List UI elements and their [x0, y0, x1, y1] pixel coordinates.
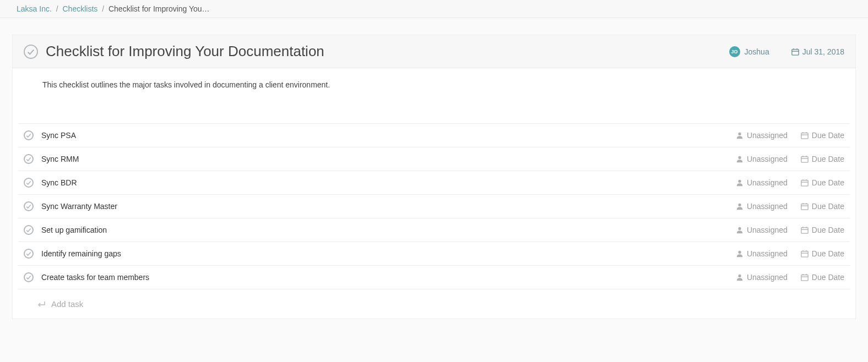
- task-row[interactable]: Identify remaining gaps Unassigned Due D…: [18, 242, 850, 265]
- svg-rect-10: [801, 157, 808, 163]
- svg-rect-30: [801, 251, 808, 257]
- header-meta: JO Joshua Jul 31, 2018: [729, 46, 844, 57]
- user-icon: [736, 155, 744, 163]
- breadcrumb-separator: /: [102, 4, 104, 13]
- task-complete-toggle[interactable]: [24, 130, 34, 140]
- task-list: Sync PSA Unassigned Due Date: [13, 101, 855, 289]
- check-icon: [26, 156, 31, 162]
- calendar-icon: [791, 48, 799, 56]
- task-due-date[interactable]: Due Date: [801, 155, 844, 163]
- task-row[interactable]: Sync BDR Unassigned Due Date: [18, 171, 850, 194]
- task-due-label: Due Date: [812, 178, 844, 187]
- task-due-date[interactable]: Due Date: [801, 273, 844, 282]
- svg-rect-5: [801, 133, 808, 139]
- task-assignee-label: Unassigned: [747, 155, 788, 163]
- breadcrumb-current: Checklist for Improving You…: [109, 4, 210, 13]
- owner-name: Joshua: [745, 47, 769, 56]
- task-assignee[interactable]: Unassigned: [736, 155, 788, 163]
- checklist-description: This checklist outlines the major tasks …: [13, 68, 855, 101]
- task-row[interactable]: Sync Warranty Master Unassigned Due Date: [18, 194, 850, 218]
- svg-point-29: [738, 251, 741, 254]
- task-title: Sync BDR: [41, 178, 736, 187]
- calendar-icon: [801, 273, 809, 281]
- calendar-icon: [801, 155, 809, 163]
- task-due-label: Due Date: [812, 131, 844, 140]
- task-row[interactable]: Set up gamification Unassigned Due Date: [18, 218, 850, 242]
- task-assignee[interactable]: Unassigned: [736, 226, 788, 234]
- task-due-label: Due Date: [812, 202, 844, 211]
- svg-rect-20: [801, 204, 808, 210]
- task-due-label: Due Date: [812, 273, 844, 282]
- page-title: Checklist for Improving Your Documentati…: [46, 43, 729, 60]
- task-complete-toggle[interactable]: [24, 249, 34, 259]
- task-due-label: Due Date: [812, 226, 844, 234]
- task-title: Sync Warranty Master: [41, 202, 736, 211]
- task-due-date[interactable]: Due Date: [801, 202, 844, 211]
- check-icon: [26, 275, 31, 280]
- task-title: Create tasks for team members: [41, 273, 736, 282]
- task-assignee-label: Unassigned: [747, 226, 788, 234]
- user-icon: [736, 202, 744, 210]
- task-row[interactable]: Create tasks for team members Unassigned…: [18, 265, 850, 289]
- user-icon: [736, 131, 744, 139]
- calendar-icon: [801, 179, 809, 187]
- svg-rect-25: [801, 228, 808, 234]
- task-due-date[interactable]: Due Date: [801, 249, 844, 258]
- check-icon: [26, 133, 31, 138]
- task-title: Sync RMM: [41, 155, 736, 163]
- owner-chip[interactable]: JO Joshua: [729, 46, 769, 57]
- enter-icon: [37, 301, 46, 308]
- check-icon: [27, 48, 35, 56]
- add-task-placeholder: Add task: [51, 299, 83, 309]
- checklist-complete-toggle[interactable]: [24, 45, 38, 59]
- svg-point-24: [738, 227, 741, 230]
- task-assignee[interactable]: Unassigned: [736, 178, 788, 187]
- user-icon: [736, 226, 744, 234]
- user-icon: [736, 273, 744, 281]
- task-complete-toggle[interactable]: [24, 154, 34, 164]
- task-assignee-label: Unassigned: [747, 273, 788, 282]
- task-due-label: Due Date: [812, 155, 844, 163]
- task-assignee[interactable]: Unassigned: [736, 273, 788, 282]
- add-task-input[interactable]: Add task: [13, 289, 855, 319]
- calendar-icon: [801, 202, 809, 210]
- task-assignee[interactable]: Unassigned: [736, 249, 788, 258]
- task-assignee-label: Unassigned: [747, 131, 788, 140]
- task-complete-toggle[interactable]: [24, 178, 34, 188]
- svg-point-9: [738, 156, 741, 159]
- svg-rect-35: [801, 275, 808, 281]
- task-assignee[interactable]: Unassigned: [736, 202, 788, 211]
- main-panel: Checklist for Improving Your Documentati…: [12, 35, 856, 319]
- task-complete-toggle[interactable]: [24, 201, 34, 211]
- calendar-icon: [801, 131, 809, 139]
- user-icon: [736, 250, 744, 257]
- task-assignee[interactable]: Unassigned: [736, 131, 788, 140]
- task-due-date[interactable]: Due Date: [801, 131, 844, 140]
- check-icon: [26, 227, 31, 233]
- task-title: Set up gamification: [41, 226, 736, 234]
- svg-rect-15: [801, 180, 808, 187]
- breadcrumb-org-link[interactable]: Laksa Inc.: [17, 4, 52, 13]
- task-row[interactable]: Sync RMM Unassigned Due Date: [18, 147, 850, 171]
- task-complete-toggle[interactable]: [24, 225, 34, 235]
- task-due-date[interactable]: Due Date: [801, 226, 844, 234]
- svg-point-19: [738, 204, 741, 206]
- task-complete-toggle[interactable]: [24, 272, 34, 282]
- check-icon: [26, 204, 31, 209]
- svg-rect-0: [792, 49, 799, 55]
- user-icon: [736, 179, 744, 187]
- task-title: Sync PSA: [41, 131, 736, 140]
- svg-point-14: [738, 180, 741, 183]
- task-row[interactable]: Sync PSA Unassigned Due Date: [18, 123, 850, 147]
- task-due-date[interactable]: Due Date: [801, 178, 844, 187]
- checklist-header: Checklist for Improving Your Documentati…: [13, 35, 855, 68]
- check-icon: [26, 180, 31, 185]
- task-assignee-label: Unassigned: [747, 202, 788, 211]
- task-assignee-label: Unassigned: [747, 178, 788, 187]
- task-due-label: Due Date: [812, 249, 844, 258]
- due-date-chip[interactable]: Jul 31, 2018: [791, 47, 844, 56]
- breadcrumb-section-link[interactable]: Checklists: [63, 4, 98, 13]
- breadcrumb-separator: /: [56, 4, 58, 13]
- calendar-icon: [801, 226, 809, 234]
- breadcrumb: Laksa Inc. / Checklists / Checklist for …: [0, 0, 868, 18]
